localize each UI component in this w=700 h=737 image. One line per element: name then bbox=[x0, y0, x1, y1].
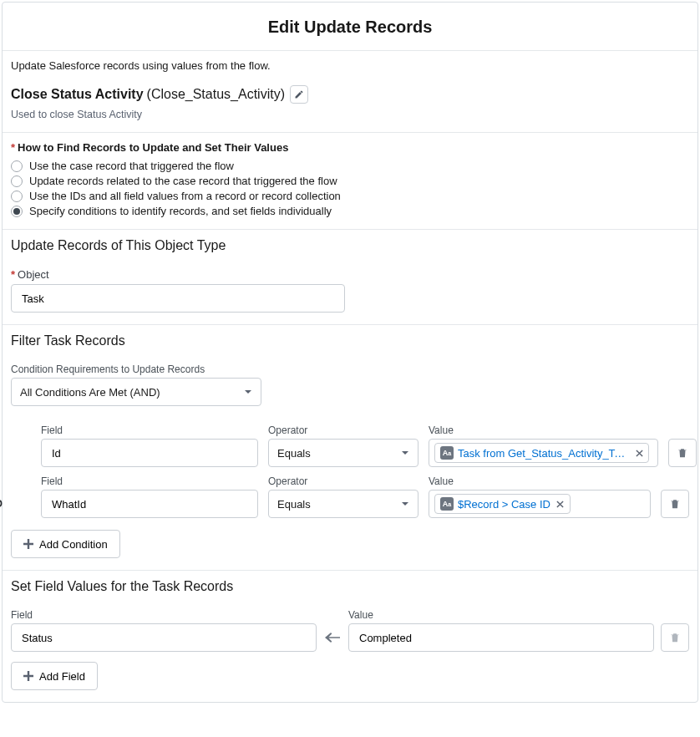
value-col-label: Value bbox=[429, 475, 651, 487]
panel-header: Edit Update Records bbox=[3, 3, 697, 50]
set-value-input[interactable] bbox=[348, 623, 654, 652]
radio-label: Use the IDs and all field values from a … bbox=[29, 190, 341, 202]
object-input-field[interactable] bbox=[20, 292, 336, 306]
object-label: Object bbox=[11, 268, 689, 281]
radio-option-related[interactable]: Update records related to the case recor… bbox=[11, 175, 689, 187]
condition-field-input[interactable] bbox=[41, 439, 258, 467]
condition-field-value[interactable] bbox=[50, 446, 249, 460]
radio-option-ids[interactable]: Use the IDs and all field values from a … bbox=[11, 190, 689, 202]
element-description: Used to close Status Activity bbox=[11, 109, 689, 120]
operator-col-label: Operator bbox=[268, 475, 418, 487]
trash-icon bbox=[669, 498, 681, 510]
chevron-down-icon bbox=[401, 449, 409, 457]
assignment-arrow bbox=[323, 623, 342, 652]
radio-label: Use the case record that triggered the f… bbox=[29, 160, 234, 172]
resource-pill-text: $Record > Case ID bbox=[458, 498, 550, 511]
text-type-icon: Aa bbox=[440, 446, 454, 460]
condition-field-value[interactable] bbox=[50, 497, 249, 511]
condition-requirement-label: Condition Requirements to Update Records bbox=[11, 363, 689, 375]
radio-label: Specify conditions to identify records, … bbox=[29, 205, 332, 217]
delete-condition-button[interactable] bbox=[668, 439, 697, 467]
field-value-row: Field Value bbox=[11, 609, 689, 652]
condition-requirement-select[interactable]: All Conditions Are Met (AND) bbox=[11, 378, 261, 406]
radio-icon bbox=[11, 191, 23, 202]
condition-requirement-value: All Conditions Are Met (AND) bbox=[20, 386, 160, 399]
radio-icon bbox=[11, 175, 23, 187]
set-values-section: Set Field Values for the Task Records Fi… bbox=[3, 571, 697, 702]
object-section-heading: Update Records of This Object Type bbox=[11, 238, 689, 253]
object-section: Update Records of This Object Type Objec… bbox=[3, 230, 697, 324]
field-label: Field bbox=[11, 609, 317, 621]
element-title-row: Close Status Activity (Close_Status_Acti… bbox=[11, 85, 689, 104]
trash-icon bbox=[677, 447, 688, 459]
field-col-label: Field bbox=[41, 475, 258, 487]
close-icon bbox=[636, 450, 643, 457]
resource-pill: Aa Task from Get_Status_Activity_Ta... bbox=[434, 443, 649, 463]
object-input[interactable] bbox=[11, 284, 345, 313]
intro-description: Update Salesforce records using values f… bbox=[11, 59, 689, 72]
set-value-value[interactable] bbox=[358, 631, 645, 645]
arrow-left-icon bbox=[325, 632, 340, 643]
and-connector-label: AND bbox=[0, 498, 3, 510]
element-label: Close Status Activity bbox=[11, 87, 144, 102]
edit-label-button[interactable] bbox=[290, 85, 308, 104]
field-col-label: Field bbox=[41, 424, 258, 436]
delete-condition-button[interactable] bbox=[661, 490, 689, 518]
plus-icon bbox=[23, 539, 33, 549]
chevron-down-icon bbox=[401, 500, 409, 508]
set-field-value[interactable] bbox=[20, 631, 307, 645]
add-field-label: Add Field bbox=[39, 670, 85, 683]
add-condition-label: Add Condition bbox=[39, 538, 108, 551]
condition-operator-value: Equals bbox=[277, 447, 311, 460]
condition-value-input[interactable]: Aa Task from Get_Status_Activity_Ta... bbox=[429, 439, 658, 467]
radio-option-specify[interactable]: Specify conditions to identify records, … bbox=[11, 205, 689, 217]
radio-icon bbox=[11, 160, 23, 172]
panel-title: Edit Update Records bbox=[3, 18, 697, 37]
operator-col-label: Operator bbox=[268, 424, 418, 436]
condition-operator-select[interactable]: Equals bbox=[268, 439, 418, 467]
plus-icon bbox=[23, 671, 33, 681]
value-label: Value bbox=[348, 609, 654, 621]
add-condition-button[interactable]: Add Condition bbox=[11, 530, 120, 558]
radio-icon bbox=[11, 206, 23, 217]
text-type-icon: Aa bbox=[440, 497, 454, 511]
condition-operator-select[interactable]: Equals bbox=[268, 490, 418, 518]
condition-row: Field Operator Equals Value bbox=[41, 475, 689, 518]
how-to-find-section: How to Find Records to Update and Set Th… bbox=[3, 133, 697, 229]
value-col-label: Value bbox=[429, 424, 658, 436]
edit-update-records-panel: Edit Update Records Update Salesforce re… bbox=[2, 2, 698, 703]
close-icon bbox=[556, 501, 564, 508]
chevron-down-icon bbox=[244, 388, 252, 396]
remove-pill-button[interactable] bbox=[555, 498, 566, 510]
radio-option-triggering[interactable]: Use the case record that triggered the f… bbox=[11, 160, 689, 172]
intro-section: Update Salesforce records using values f… bbox=[3, 51, 697, 132]
resource-pill-text: Task from Get_Status_Activity_Ta... bbox=[458, 447, 629, 460]
condition-value-input[interactable]: Aa $Record > Case ID bbox=[429, 490, 651, 518]
condition-operator-value: Equals bbox=[277, 498, 311, 511]
condition-row: Field Operator Equals Value bbox=[41, 424, 689, 467]
trash-icon bbox=[669, 632, 681, 643]
radio-label: Update records related to the case recor… bbox=[29, 175, 337, 187]
set-field-input[interactable] bbox=[11, 623, 317, 652]
pencil-icon bbox=[294, 89, 304, 99]
filter-heading: Filter Task Records bbox=[11, 333, 689, 348]
remove-pill-button[interactable] bbox=[633, 447, 645, 459]
condition-field-input[interactable] bbox=[41, 490, 258, 518]
filter-section: Filter Task Records Condition Requiremen… bbox=[3, 325, 697, 570]
delete-field-value-button[interactable] bbox=[661, 623, 689, 652]
how-to-find-heading: How to Find Records to Update and Set Th… bbox=[11, 141, 689, 154]
add-field-button[interactable]: Add Field bbox=[11, 662, 98, 690]
how-to-find-radio-group: Use the case record that triggered the f… bbox=[11, 160, 689, 217]
set-values-heading: Set Field Values for the Task Records bbox=[11, 579, 689, 594]
resource-pill: Aa $Record > Case ID bbox=[434, 494, 571, 514]
element-api-name: (Close_Status_Activity) bbox=[147, 87, 285, 102]
